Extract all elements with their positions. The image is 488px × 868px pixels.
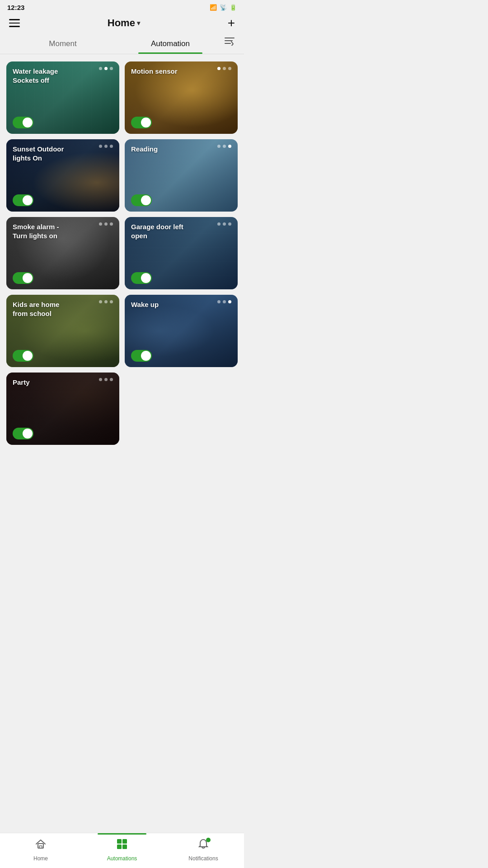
card-content: Reading [125,139,238,212]
card-title: Kids are homefrom school [13,300,59,318]
battery-icon: 🔋 [230,4,237,11]
card-bottom [13,117,113,128]
card-dot-1 [104,145,108,148]
card-title: Party [13,378,30,387]
card-dot-0 [217,222,221,226]
card-dot-0 [99,378,102,381]
card-dot-1 [104,67,108,70]
tab-automation[interactable]: Automation [117,35,224,54]
menu-button[interactable] [9,19,20,27]
card-title: Reading [131,145,158,154]
automation-card-garage-door[interactable]: Garage door leftopen [125,217,238,289]
card-title: Garage door leftopen [131,222,183,240]
chevron-down-icon: ▾ [137,19,140,27]
card-content: Garage door leftopen [125,217,238,289]
card-dots [99,222,113,226]
card-dot-1 [104,300,108,303]
card-dot-1 [223,300,226,303]
automation-card-smoke-alarm[interactable]: Smoke alarm -Turn lights on [6,217,119,289]
card-title: Wake up [131,300,159,309]
card-dot-2 [110,67,113,70]
automation-card-reading[interactable]: Reading [125,139,238,212]
status-time: 12:23 [7,4,24,11]
card-bottom [13,428,113,439]
automation-card-motion-sensor[interactable]: Motion sensor [125,61,238,134]
card-toggle[interactable] [13,350,33,362]
card-dots [217,300,231,303]
card-dot-0 [217,300,221,303]
card-title: Sunset Outdoorlights On [13,145,64,162]
card-dots [99,145,113,148]
sort-icon[interactable] [224,37,235,52]
card-dot-2 [110,300,113,303]
tabs-bar: Moment Automation [0,35,244,54]
toggle-knob [141,118,151,127]
card-toggle[interactable] [131,272,152,284]
card-dots [217,145,231,148]
toggle-knob [23,429,33,439]
card-dot-0 [99,300,102,303]
card-toggle[interactable] [131,194,152,206]
card-toggle[interactable] [13,194,33,206]
toggle-knob [141,195,151,205]
card-dot-2 [228,67,231,70]
automation-card-wake-up[interactable]: Wake up [125,295,238,367]
signal-icon: 📡 [220,4,227,11]
automation-card-kids-home[interactable]: Kids are homefrom school [6,295,119,367]
automation-card-water-leakage[interactable]: Water leakageSockets off [6,61,119,134]
card-content: Water leakageSockets off [6,61,119,134]
card-dot-1 [104,378,108,381]
card-toggle[interactable] [131,117,152,128]
status-icons: 📶 📡 🔋 [210,4,237,11]
automation-card-party[interactable]: Party [6,373,119,445]
toggle-knob [23,351,33,361]
card-bottom [13,350,113,362]
card-dots [217,222,231,226]
card-dots [99,300,113,303]
card-title: Water leakageSockets off [13,67,58,85]
card-dot-0 [217,67,221,70]
card-content: Motion sensor [125,61,238,134]
card-dots [99,378,113,381]
card-dot-2 [228,145,231,148]
card-toggle[interactable] [13,428,33,439]
card-bottom [131,117,231,128]
toggle-knob [141,351,151,361]
toggle-knob [23,118,33,127]
automations-grid: Water leakageSockets off Motion sensor [0,61,244,454]
toggle-knob [23,273,33,283]
card-bottom [131,350,231,362]
card-toggle[interactable] [13,117,33,128]
card-bottom [131,194,231,206]
add-button[interactable]: + [228,17,235,29]
card-toggle[interactable] [13,272,33,284]
card-dot-0 [99,222,102,226]
card-dot-2 [110,145,113,148]
card-dots [217,67,231,70]
card-title: Smoke alarm -Turn lights on [13,222,59,240]
wifi-icon: 📶 [210,4,217,11]
toggle-knob [23,195,33,205]
toggle-knob [141,273,151,283]
card-dot-0 [99,67,102,70]
card-content: Kids are homefrom school [6,295,119,367]
home-title-button[interactable]: Home ▾ [108,17,140,29]
automation-card-sunset-outdoor[interactable]: Sunset Outdoorlights On [6,139,119,212]
home-label: Home [108,17,135,29]
tab-moment[interactable]: Moment [9,35,117,54]
card-dot-2 [228,300,231,303]
card-title: Motion sensor [131,67,178,76]
card-dot-1 [223,222,226,226]
card-bottom [13,194,113,206]
card-bottom [131,272,231,284]
card-content: Sunset Outdoorlights On [6,139,119,212]
card-dot-2 [110,378,113,381]
card-dot-0 [217,145,221,148]
card-dot-1 [223,145,226,148]
card-dot-0 [99,145,102,148]
card-toggle[interactable] [131,350,152,362]
header: Home ▾ + [0,13,244,35]
card-content: Party [6,373,119,445]
status-bar: 12:23 📶 📡 🔋 [0,0,244,13]
card-content: Smoke alarm -Turn lights on [6,217,119,289]
